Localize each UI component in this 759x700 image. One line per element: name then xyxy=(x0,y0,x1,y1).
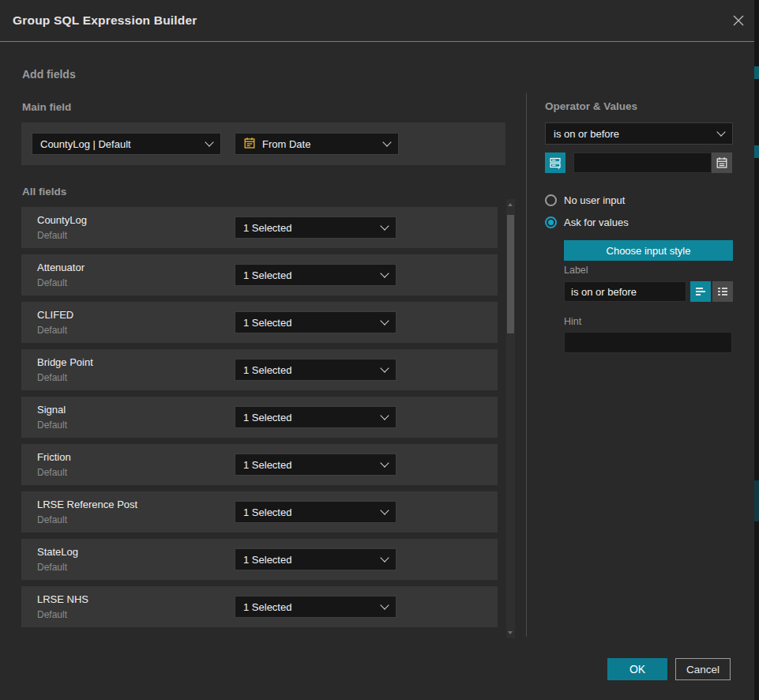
main-field-field-dropdown[interactable]: From Date xyxy=(235,133,399,155)
field-name: LRSE Reference Post xyxy=(37,499,137,510)
operator-dropdown-label: is on or before xyxy=(554,128,712,140)
selection-count-label: 1 Selected xyxy=(243,412,375,423)
chevron-down-icon xyxy=(380,411,389,420)
input-style-list-button[interactable] xyxy=(712,281,733,302)
field-selection-dropdown[interactable]: 1 Selected xyxy=(235,359,396,381)
value-input[interactable] xyxy=(573,152,712,173)
chevron-down-icon xyxy=(380,600,389,609)
field-name: Attenuator xyxy=(37,262,85,273)
field-selection-dropdown[interactable]: 1 Selected xyxy=(235,548,396,570)
field-name: StateLog xyxy=(37,546,78,558)
panel-divider xyxy=(526,93,527,637)
field-row: FrictionDefault1 Selected xyxy=(21,444,498,485)
main-field-panel: CountyLog | Default From Date xyxy=(21,122,505,165)
input-style-single-button[interactable] xyxy=(690,281,711,302)
radio-no-user-input[interactable] xyxy=(545,194,557,206)
chevron-down-icon xyxy=(380,269,389,277)
choose-input-style-button[interactable]: Choose input style xyxy=(564,240,733,261)
add-fields-heading: Add fields xyxy=(22,68,76,81)
scrollbar-down-arrow-icon[interactable] xyxy=(508,631,513,634)
field-sublabel: Default xyxy=(37,514,67,525)
close-icon xyxy=(731,13,746,28)
scrollbar-thumb[interactable] xyxy=(507,215,514,333)
field-name: Signal xyxy=(37,404,66,416)
chevron-down-icon xyxy=(380,316,389,325)
dialog-title: Group SQL Expression Builder xyxy=(13,0,197,41)
operator-values-heading: Operator & Values xyxy=(545,100,637,112)
field-name: CountyLog xyxy=(37,214,87,226)
operator-dropdown[interactable]: is on or before xyxy=(545,122,733,145)
calendar-icon xyxy=(716,156,728,169)
field-sublabel: Default xyxy=(37,277,67,288)
field-sublabel: Default xyxy=(37,420,67,431)
field-selection-dropdown[interactable]: 1 Selected xyxy=(235,311,396,333)
field-sublabel: Default xyxy=(37,609,67,620)
field-row: LRSE Reference PostDefault1 Selected xyxy=(21,491,498,533)
field-selection-dropdown[interactable]: 1 Selected xyxy=(235,406,396,428)
field-sublabel: Default xyxy=(37,325,67,336)
close-button[interactable] xyxy=(727,9,750,32)
bulleted-list-icon xyxy=(716,284,730,299)
selection-count-label: 1 Selected xyxy=(243,459,375,471)
chevron-down-icon xyxy=(380,553,389,562)
chevron-down-icon xyxy=(205,137,213,146)
background-app-edge xyxy=(754,0,759,700)
chevron-down-icon xyxy=(380,221,389,230)
scrollbar-up-arrow-icon[interactable] xyxy=(508,203,513,206)
selection-count-label: 1 Selected xyxy=(243,364,375,376)
cancel-button[interactable]: Cancel xyxy=(675,658,731,680)
field-selection-dropdown[interactable]: 1 Selected xyxy=(235,453,396,476)
layer-dropdown-label: CountyLog | Default xyxy=(40,138,200,150)
selection-count-label: 1 Selected xyxy=(243,601,375,613)
chevron-down-icon xyxy=(380,506,389,514)
selection-count-label: 1 Selected xyxy=(243,222,375,234)
all-fields-heading: All fields xyxy=(22,186,66,198)
hint-field-label: Hint xyxy=(564,316,581,327)
calendar-picker-button[interactable] xyxy=(712,152,732,173)
selection-count-label: 1 Selected xyxy=(243,269,375,281)
field-row: Bridge PointDefault1 Selected xyxy=(21,349,498,390)
edge-accent-mark xyxy=(754,480,759,521)
all-fields-list: CountyLogDefault1 SelectedAttenuatorDefa… xyxy=(21,207,498,627)
field-row: SignalDefault1 Selected xyxy=(21,397,498,438)
calendar-date-icon xyxy=(243,137,256,152)
field-name: LRSE NHS xyxy=(37,593,88,605)
main-field-layer-dropdown[interactable]: CountyLog | Default xyxy=(32,133,221,155)
value-picker-button[interactable] xyxy=(545,152,565,173)
field-sublabel: Default xyxy=(37,230,67,241)
field-selection-dropdown[interactable]: 1 Selected xyxy=(235,264,396,286)
chevron-down-icon xyxy=(380,363,389,372)
selection-count-label: 1 Selected xyxy=(243,317,375,329)
field-name: Bridge Point xyxy=(37,356,93,368)
radio-ask-for-values-label[interactable]: Ask for values xyxy=(564,216,629,228)
selection-count-label: 1 Selected xyxy=(243,506,375,518)
field-selection-dropdown[interactable]: 1 Selected xyxy=(235,216,396,239)
hint-input[interactable] xyxy=(564,332,732,353)
field-name: Friction xyxy=(37,451,71,463)
field-sublabel: Default xyxy=(37,372,67,383)
field-selection-dropdown[interactable]: 1 Selected xyxy=(235,501,396,523)
field-row: CLIFEDDefault1 Selected xyxy=(21,302,498,343)
chevron-down-icon xyxy=(380,458,389,467)
field-selection-dropdown[interactable]: 1 Selected xyxy=(235,596,396,618)
scrollbar[interactable] xyxy=(506,199,515,638)
field-row: CountyLogDefault1 Selected xyxy=(21,207,498,248)
field-sublabel: Default xyxy=(37,467,67,478)
label-field-label: Label xyxy=(564,265,588,276)
align-left-lines-icon xyxy=(693,284,708,299)
chevron-down-icon xyxy=(716,127,725,136)
dialog-titlebar: Group SQL Expression Builder xyxy=(0,0,754,42)
ok-button[interactable]: OK xyxy=(607,658,667,680)
selection-count-label: 1 Selected xyxy=(243,554,375,566)
field-name: CLIFED xyxy=(37,309,73,321)
edge-accent-mark xyxy=(754,145,759,158)
radio-ask-for-values[interactable] xyxy=(545,216,557,228)
field-row: LRSE NHSDefault1 Selected xyxy=(21,586,498,627)
field-sublabel: Default xyxy=(37,562,67,573)
edge-accent-mark xyxy=(754,66,759,79)
radio-no-user-input-label[interactable]: No user input xyxy=(564,194,625,206)
field-row: StateLogDefault1 Selected xyxy=(21,539,498,580)
chevron-down-icon xyxy=(382,137,391,146)
label-input[interactable] xyxy=(564,281,686,302)
field-row: AttenuatorDefault1 Selected xyxy=(21,254,498,295)
